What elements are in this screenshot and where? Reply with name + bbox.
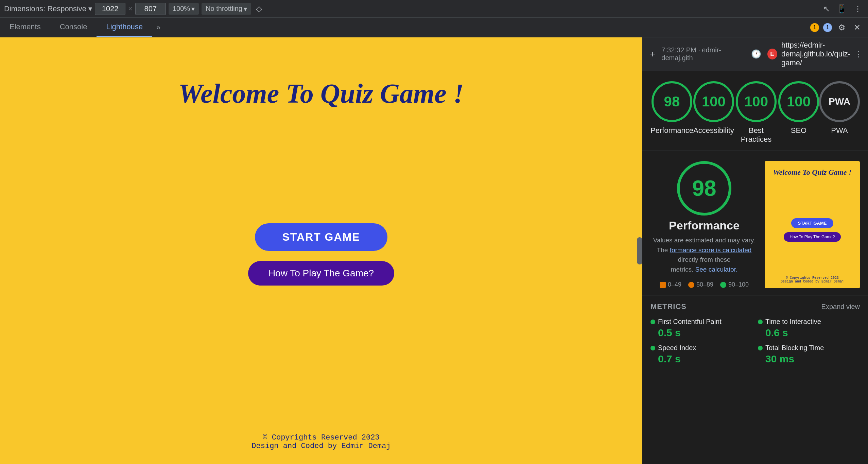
quiz-game-preview: Welcome To Quiz Game ! START GAME How To… <box>0 37 642 464</box>
legend-green-dot <box>720 282 726 288</box>
tab-lighthouse[interactable]: Lighthouse <box>97 18 152 37</box>
metric-tbt-value: 30 ms <box>765 353 860 365</box>
start-game-button[interactable]: START GAME <box>255 223 387 251</box>
seo-circle: 100 <box>778 81 819 122</box>
game-footer: © Copyrights Reserved 2023 Design and Co… <box>251 433 390 450</box>
legend-0-49: 0–49 <box>660 281 681 288</box>
footer-line1: © Copyrights Reserved 2023 <box>251 433 390 442</box>
metric-fcp-label-row: First Contentful Paint <box>650 318 752 326</box>
url-display: https://edmir-demaj.github.io/quiz-game/ <box>781 41 850 67</box>
game-buttons: START GAME How To Play The Game? <box>248 223 394 286</box>
metrics-title: METRICS <box>650 302 687 311</box>
tab-right-actions: 1 1 ⚙ ✕ <box>810 21 868 34</box>
lighthouse-panel: + 7:32:32 PM · edmir-demaj.gith 🕐 E http… <box>642 37 868 464</box>
lighthouse-scores: 98 Performance 100 Accessibility 100 Bes… <box>642 71 868 151</box>
pointer-icon[interactable]: ↖ <box>821 2 832 16</box>
metric-tti-dot <box>758 320 763 324</box>
footer-line2: Design and Coded by Edmir Demaj <box>251 442 390 450</box>
performance-detail: 98 Performance Values are estimated and … <box>642 151 868 295</box>
legend-90-100: 90–100 <box>720 281 749 288</box>
legend-orange-dot <box>688 282 694 288</box>
score-performance: 98 Performance <box>650 81 693 135</box>
score-seo: 100 SEO <box>778 81 819 135</box>
metric-tti-label: Time to Interactive <box>765 318 821 326</box>
game-title: Welcome To Quiz Game ! <box>178 78 464 109</box>
thumb-how-btn[interactable]: How To Play The Game? <box>784 232 841 242</box>
perf-left-col: 98 Performance Values are estimated and … <box>650 161 758 288</box>
zoom-button[interactable]: 100% ▾ <box>169 3 199 15</box>
best-practices-label: Best Practices <box>734 126 778 144</box>
score-accessibility: 100 Accessibility <box>693 81 734 135</box>
how-to-play-button[interactable]: How To Play The Game? <box>248 261 394 286</box>
legend-50-89-label: 50–89 <box>696 281 713 288</box>
best-practices-circle: 100 <box>736 81 777 122</box>
thumb-footer: © Copyrights Reserved 2023 Design and Co… <box>781 276 844 283</box>
main-area: Welcome To Quiz Game ! START GAME How To… <box>0 37 868 464</box>
score-pwa: PWA PWA <box>819 81 860 135</box>
settings-icon[interactable]: ⚙ <box>836 21 848 34</box>
warn-badge: 1 <box>810 23 819 32</box>
width-input[interactable] <box>95 3 125 15</box>
dropdown-icon: ▾ <box>88 4 92 13</box>
pwa-label-text: PWA <box>829 96 850 107</box>
metric-si-dot <box>650 346 655 350</box>
devtools-tabbar: Elements Console Lighthouse » 1 1 ⚙ ✕ <box>0 18 868 37</box>
dimension-x: × <box>128 4 133 13</box>
add-tab-icon[interactable]: + <box>648 47 657 62</box>
metric-tti-value: 0.6 s <box>765 327 860 339</box>
thumb-title: Welcome To Quiz Game ! <box>773 168 852 177</box>
pwa-label: PWA <box>831 126 848 135</box>
metrics-section: METRICS Expand view First Contentful Pai… <box>642 295 868 372</box>
dimensions-label: Dimensions: Responsive <box>4 4 86 13</box>
perf-description: Values are estimated and may vary. The f… <box>650 236 758 274</box>
thumb-start-btn[interactable]: START GAME <box>791 218 834 228</box>
zoom-label: 100% <box>173 5 190 13</box>
metric-tti-label-row: Time to Interactive <box>758 318 860 326</box>
devtools-toolbar: Dimensions: Responsive ▾ × 100% ▾ No thr… <box>0 0 868 18</box>
timestamp-label: 7:32:32 PM · edmir-demaj.gith <box>661 46 745 62</box>
metric-tbt-label: Total Blocking Time <box>765 344 824 352</box>
metric-tti: Time to Interactive 0.6 s <box>758 318 860 339</box>
expand-view-button[interactable]: Expand view <box>821 303 860 311</box>
history-icon[interactable]: 🕐 <box>749 47 763 61</box>
seo-label: SEO <box>791 126 806 135</box>
metric-si-value: 0.7 s <box>658 353 752 365</box>
device-icon[interactable]: 📱 <box>835 2 849 16</box>
metric-fcp: First Contentful Paint 0.5 s <box>650 318 752 339</box>
metrics-grid: First Contentful Paint 0.5 s Time to Int… <box>650 318 860 365</box>
favicon-icon: E <box>767 49 777 59</box>
close-icon[interactable]: ✕ <box>852 21 863 34</box>
height-input[interactable] <box>135 3 166 15</box>
more-icon[interactable]: ⋮ <box>852 2 864 16</box>
accessibility-circle: 100 <box>693 81 734 122</box>
score-best-practices: 100 Best Practices <box>734 81 778 144</box>
zoom-dropdown-icon: ▾ <box>191 5 195 13</box>
tab-elements[interactable]: Elements <box>0 18 50 37</box>
metric-fcp-value: 0.5 s <box>658 327 752 339</box>
see-calc-link[interactable]: See calculator. <box>695 266 738 273</box>
pwa-circle: PWA <box>819 81 860 122</box>
throttle-dropdown-icon: ▾ <box>244 5 247 13</box>
performance-legend: 0–49 50–89 90–100 <box>660 281 749 288</box>
legend-50-89: 50–89 <box>688 281 713 288</box>
metric-si-label-row: Speed Index <box>650 344 752 352</box>
perf-large-circle: 98 <box>677 161 731 216</box>
performance-label: Performance <box>650 126 693 135</box>
metric-tbt: Total Blocking Time 30 ms <box>758 344 860 365</box>
tabs-more-icon[interactable]: » <box>152 23 164 32</box>
tab-console[interactable]: Console <box>50 18 97 37</box>
metrics-header: METRICS Expand view <box>650 302 860 311</box>
legend-0-49-label: 0–49 <box>668 281 681 288</box>
legend-orange-rect <box>660 282 666 288</box>
address-more-icon[interactable]: ⋮ <box>854 49 863 59</box>
throttle-button[interactable]: No throttling ▾ <box>202 3 251 15</box>
perf-score-link[interactable]: formance score is calculated <box>670 246 752 254</box>
resize-handle[interactable] <box>637 237 642 264</box>
throttle-label: No throttling <box>206 5 242 13</box>
performance-circle: 98 <box>652 81 692 122</box>
metric-tbt-dot <box>758 346 763 350</box>
metric-si-label: Speed Index <box>658 344 696 352</box>
accessibility-label: Accessibility <box>693 126 734 135</box>
bookmark-icon[interactable]: ◇ <box>254 2 264 16</box>
perf-title: Performance <box>669 219 740 232</box>
